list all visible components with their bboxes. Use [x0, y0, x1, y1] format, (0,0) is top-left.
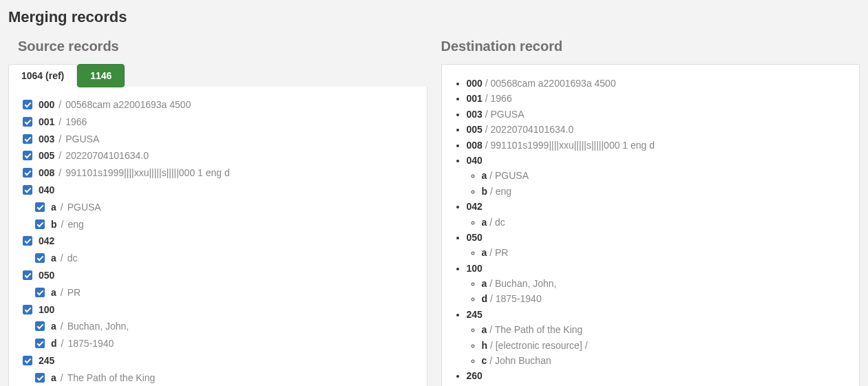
subfield-value: PR: [67, 285, 81, 301]
field-sep: /: [59, 148, 61, 164]
subfield-sep: /: [61, 336, 64, 352]
dest-field-value: 20220704101634.0: [491, 124, 574, 135]
field-sep: /: [59, 165, 61, 182]
dest-subfield-value: 1875-1940: [496, 293, 542, 304]
dest-subfield: h / [electronic resource] /: [482, 338, 849, 353]
subfield-checkbox[interactable]: [35, 202, 45, 212]
source-field-row: 245: [20, 352, 416, 369]
subfield-sep: /: [61, 217, 64, 233]
subfield-code: a: [51, 200, 56, 216]
dest-field: 050a / PR: [467, 230, 849, 261]
source-tab-0[interactable]: 1064 (ref): [8, 64, 77, 87]
dest-subfield-value: [electronic resource] /: [496, 340, 588, 351]
field-checkbox[interactable]: [23, 151, 32, 160]
field-checkbox[interactable]: [23, 236, 32, 246]
dest-field: 245a / The Path of the Kingh / [electron…: [467, 307, 849, 369]
subfield-sep: /: [61, 200, 63, 216]
field-checkbox[interactable]: [23, 185, 32, 195]
subfield-checkbox[interactable]: [35, 288, 45, 297]
subfield-code: a: [51, 319, 56, 335]
dest-field-tag: 050: [467, 232, 483, 243]
dest-field-value: 1966: [491, 93, 512, 104]
dest-subfield-code: b: [482, 186, 488, 197]
dest-subfield-sep: /: [487, 293, 496, 304]
dest-subfield-value: John Buchan: [495, 355, 551, 366]
field-checkbox[interactable]: [23, 168, 32, 178]
source-subfield-row: a/dc: [32, 250, 416, 267]
dest-field-tag: 001: [467, 93, 483, 104]
subfield-value: eng: [67, 217, 83, 233]
source-subfield-row: a/Buchan, John,: [32, 318, 416, 335]
dest-field: 005 / 20220704101634.0: [467, 122, 849, 137]
dest-field: 260b / Project Gutenberg,c / 1999: [467, 368, 849, 386]
dest-field: 040a / PGUSAb / eng: [467, 153, 849, 199]
field-tag: 042: [39, 233, 54, 250]
dest-subfield: d / 1875-1940: [482, 291, 849, 306]
field-tag: 050: [39, 268, 54, 284]
dest-field-tag: 245: [467, 309, 483, 320]
dest-subfield: a / Buchan, John,: [482, 276, 849, 291]
dest-subfield-sep: /: [487, 340, 496, 351]
source-field-row: 008/991101s1999||||xxu|||||s|||||000 1 e…: [20, 164, 416, 182]
dest-subfield-value: PGUSA: [495, 170, 529, 181]
source-subfield-row: d/1875-1940: [32, 335, 416, 352]
field-tag: 000: [39, 97, 54, 114]
dest-field-sep: /: [483, 109, 491, 120]
dest-field-sep: /: [483, 78, 491, 89]
dest-subfield-sep: /: [487, 247, 495, 258]
subfield-value: PGUSA: [67, 200, 101, 216]
subfield-code: a: [51, 250, 56, 267]
subfield-code: a: [51, 370, 56, 386]
dest-field-tag: 042: [467, 201, 483, 212]
source-field-row: 100: [20, 301, 416, 319]
subfield-checkbox[interactable]: [35, 339, 45, 348]
field-checkbox[interactable]: [23, 356, 32, 365]
field-checkbox[interactable]: [23, 305, 32, 314]
source-subfield-row: a/PGUSA: [32, 199, 416, 216]
subfield-checkbox[interactable]: [35, 219, 45, 229]
source-heading: Source records: [18, 39, 427, 54]
subfield-code: a: [51, 285, 56, 301]
source-subfield-row: a/The Path of the King: [32, 369, 416, 386]
subfield-checkbox[interactable]: [35, 373, 45, 383]
dest-subfield-value: The Path of the King: [495, 324, 583, 335]
dest-subfield-value: eng: [496, 186, 511, 197]
destination-heading: Destination record: [441, 39, 860, 54]
source-tabs: 1064 (ref)1146: [8, 64, 427, 87]
dest-subfield-code: d: [482, 293, 488, 304]
source-field-row: 050: [20, 267, 416, 284]
source-subfield-row: b/eng: [32, 216, 416, 233]
subfield-code: b: [51, 217, 57, 233]
dest-field-sep: /: [483, 124, 491, 135]
field-checkbox[interactable]: [23, 270, 32, 280]
subfield-checkbox[interactable]: [35, 321, 45, 331]
dest-field-sep: /: [483, 93, 491, 104]
dest-subfield-value: Buchan, John,: [495, 278, 557, 289]
source-field-row: 000/00568cam a22001693a 4500: [20, 96, 416, 114]
field-value: 00568cam a22001693a 4500: [65, 97, 191, 114]
dest-field-tag: 003: [467, 109, 483, 120]
subfield-checkbox[interactable]: [35, 253, 45, 263]
dest-subfield-code: h: [482, 340, 488, 351]
field-sep: /: [59, 131, 61, 148]
source-field-row: 042: [20, 233, 416, 250]
subfield-code: d: [51, 336, 57, 352]
dest-field-value: PGUSA: [491, 109, 525, 120]
dest-subfield-sep: /: [487, 186, 496, 197]
dest-field: 100a / Buchan, John,d / 1875-1940: [467, 261, 849, 307]
field-tag: 003: [39, 131, 54, 148]
field-checkbox[interactable]: [23, 134, 32, 144]
field-checkbox[interactable]: [23, 117, 32, 127]
source-field-row: 001/1966: [20, 114, 416, 131]
field-checkbox[interactable]: [23, 100, 32, 109]
dest-field-tag: 008: [467, 140, 483, 151]
source-tab-1[interactable]: 1146: [77, 64, 125, 87]
dest-subfield-sep: /: [487, 355, 495, 366]
dest-field-value: 991101s1999||||xxu|||||s|||||000 1 eng d: [491, 140, 655, 151]
subfield-sep: /: [61, 370, 63, 386]
subfield-value: dc: [67, 250, 78, 267]
dest-subfield-sep: /: [487, 324, 494, 335]
dest-field: 003 / PGUSA: [467, 107, 849, 122]
subfield-value: The Path of the King: [67, 370, 156, 386]
dest-field-tag: 005: [467, 124, 483, 135]
